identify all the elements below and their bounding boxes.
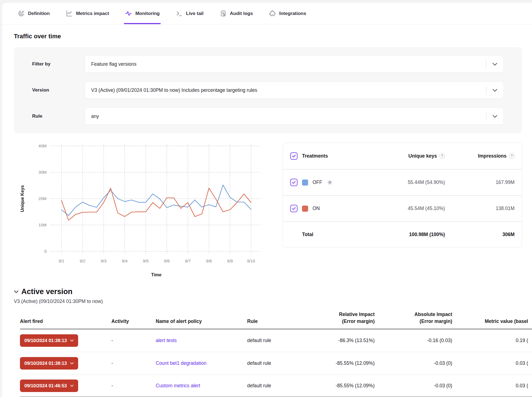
dropdown-value: V3 (Active) (09/01/2024 01:30PM to now) …: [91, 87, 486, 93]
default-treatment-asterisk-icon: [327, 180, 332, 185]
traffic-chart: 010M20M30M40M9/19/29/39/49/59/69/79/89/9…: [14, 140, 269, 280]
alert-activity: -: [111, 338, 156, 343]
alert-fired-time: 09/10/2024 01:38:13: [24, 361, 67, 366]
tab-live-tail[interactable]: Live tail: [176, 3, 203, 24]
treatment-impressions: 138.01M: [496, 206, 515, 211]
line-chart: 010M20M30M40M9/19/29/39/49/59/69/79/89/9…: [14, 140, 269, 279]
version-label: Version: [32, 87, 85, 93]
check-icon: [291, 206, 296, 211]
total-unique-keys: 100.98M (100%): [409, 232, 445, 237]
svg-text:10M: 10M: [39, 222, 47, 227]
alert-absolute-impact: -0.03 (0): [375, 360, 452, 366]
chevron-down-icon: [70, 339, 74, 342]
check-icon: [291, 154, 296, 158]
svg-text:40M: 40M: [39, 143, 47, 148]
tab-label: Metrics impact: [76, 11, 109, 16]
tab-label: Audit logs: [230, 11, 253, 16]
target-icon: [18, 10, 25, 17]
filter-row-version: Version V3 (Active) (09/01/2024 01:30PM …: [32, 82, 504, 99]
svg-text:9/3: 9/3: [101, 259, 107, 263]
active-version-header[interactable]: Active version: [14, 287, 522, 296]
active-version-subtitle: V3 (Active) (09/10/2024 01:30PM to now): [14, 299, 522, 304]
main-content: Traffic over time Filter by Feature flag…: [2, 33, 532, 397]
filter-by-dropdown[interactable]: Feature flag versions: [85, 55, 504, 73]
alert-relative-impact: -85.55% (12.09%): [305, 383, 375, 389]
terminal-icon: [176, 10, 183, 17]
svg-text:0: 0: [44, 249, 47, 254]
chevron-down-icon: [486, 115, 503, 118]
treatment-on-checkbox[interactable]: [290, 205, 298, 212]
dropdown-value: any: [91, 113, 486, 119]
alert-policy-link[interactable]: Custom metrics alert: [156, 383, 200, 388]
chevron-down-icon: [486, 89, 503, 92]
col-rule: Rule: [247, 318, 305, 325]
check-icon: [291, 180, 296, 185]
alert-policy-link[interactable]: Count bet1 degradation: [156, 360, 206, 366]
treatments-total-row: Total 100.98M (100%) 306M: [283, 221, 522, 247]
alert-relative-impact: -85.55% (12.09%): [305, 360, 375, 366]
svg-text:9/4: 9/4: [122, 259, 128, 263]
tab-monitoring[interactable]: Monitoring: [125, 3, 160, 24]
svg-text:9/9: 9/9: [227, 259, 233, 263]
alert-fired-badge[interactable]: 09/10/2024 01:46:53: [20, 380, 78, 392]
main-card: Definition Metrics impact Monitoring Liv…: [2, 3, 532, 397]
unique-keys-header: Unique keys: [408, 153, 437, 159]
treatment-row-on: ON 45.54M (45.10%) 138.01M: [283, 195, 522, 221]
col-policy: Name of alert policy: [156, 318, 247, 325]
tab-definition[interactable]: Definition: [18, 3, 50, 24]
treatments-select-all-checkbox[interactable]: [290, 152, 298, 160]
alert-metric-value: 0.03 (: [452, 360, 532, 366]
svg-text:9/1: 9/1: [59, 259, 65, 263]
active-version-title: Active version: [21, 287, 73, 296]
pulse-icon: [125, 10, 132, 17]
treatment-off-checkbox[interactable]: [290, 179, 298, 186]
col-alert-fired: Alert fired: [20, 318, 111, 325]
treatment-name: ON: [313, 206, 320, 211]
collapse-chevron-icon: [14, 290, 19, 293]
help-icon[interactable]: ?: [509, 153, 515, 159]
alert-row: 09/10/2024 01:38:13 - alert tests defaul…: [20, 329, 532, 352]
svg-text:30M: 30M: [39, 170, 47, 175]
treatments-table: Treatments Unique keys ? Impressions ?: [283, 143, 522, 247]
alert-absolute-impact: -0.03 (0): [375, 383, 452, 389]
svg-text:9/6: 9/6: [164, 259, 170, 263]
alert-fired-badge[interactable]: 09/10/2024 01:38:13: [20, 334, 78, 347]
alerts-table: Alert fired Activity Name of alert polic…: [20, 311, 532, 397]
col-metric-value: Metric value (basel: [452, 318, 532, 325]
treatments-header-row: Treatments Unique keys ? Impressions ?: [283, 143, 522, 169]
alert-rule: default rule: [247, 338, 305, 343]
tab-audit-logs[interactable]: Audit logs: [220, 3, 253, 24]
alert-activity: -: [111, 360, 156, 366]
help-icon[interactable]: ?: [439, 153, 445, 159]
svg-text:20M: 20M: [39, 196, 47, 201]
total-impressions: 306M: [502, 232, 515, 237]
treatment-on-swatch: [302, 206, 308, 212]
treatments-title: Treatments: [302, 153, 328, 159]
tab-integrations[interactable]: Integrations: [269, 3, 306, 24]
alert-policy-link[interactable]: alert tests: [156, 338, 177, 343]
tab-metrics-impact[interactable]: Metrics impact: [66, 3, 109, 24]
filter-row-rule: Rule any: [32, 108, 504, 125]
chevron-down-icon: [486, 63, 503, 66]
puzzle-icon: [269, 10, 276, 17]
filter-row-filter-by: Filter by Feature flag versions: [32, 55, 504, 73]
traffic-visualization: 010M20M30M40M9/19/29/39/49/59/69/79/89/9…: [14, 140, 522, 280]
alert-activity: -: [111, 383, 156, 389]
page-title: Traffic over time: [14, 33, 522, 40]
rule-dropdown[interactable]: any: [85, 108, 504, 125]
chevron-down-icon: [70, 362, 74, 365]
version-dropdown[interactable]: V3 (Active) (09/01/2024 01:30PM to now) …: [85, 82, 504, 99]
alert-metric-value: 0.03 (: [452, 383, 532, 389]
alert-rule: default rule: [247, 383, 305, 389]
document-search-icon: [220, 10, 227, 17]
alert-row: 09/10/2024 01:46:53 - Custom metrics ale…: [20, 375, 532, 397]
tab-bar: Definition Metrics impact Monitoring Liv…: [2, 3, 532, 24]
col-absolute-impact: Absolute Impact(Error margin): [375, 311, 452, 325]
tab-label: Definition: [28, 11, 50, 16]
treatment-unique-keys: 45.54M (45.10%): [408, 206, 445, 211]
treatment-off-swatch: [302, 179, 308, 186]
alert-fired-badge[interactable]: 09/10/2024 01:38:13: [20, 357, 78, 370]
filter-by-label: Filter by: [32, 61, 85, 67]
svg-text:9/5: 9/5: [143, 259, 149, 263]
svg-text:9/8: 9/8: [206, 259, 212, 263]
